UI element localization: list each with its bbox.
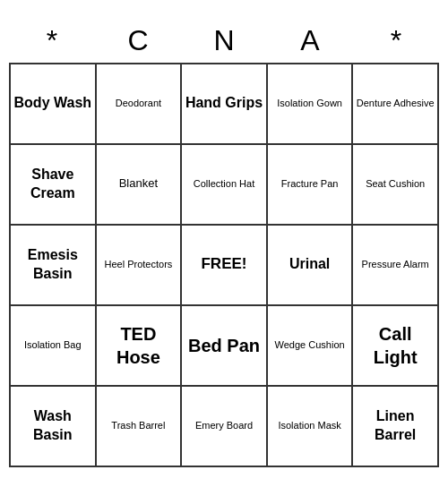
bingo-cell-16: TED Hose [97, 306, 183, 387]
cell-text-12: FREE! [201, 254, 246, 274]
cell-text-21: Trash Barrel [111, 419, 165, 431]
cell-text-22: Emery Board [195, 419, 253, 431]
bingo-grid: Body WashDeodorantHand GripsIsolation Go… [9, 63, 439, 467]
bingo-cell-2: Hand Grips [182, 64, 268, 145]
bingo-cell-12: FREE! [182, 226, 268, 306]
cell-text-8: Fracture Pan [281, 177, 339, 190]
bingo-cell-14: Pressure Alarm [353, 226, 439, 306]
bingo-cell-24: Linen Barrel [353, 387, 439, 467]
cell-text-19: Call Light [356, 322, 435, 369]
cell-text-11: Heel Protectors [104, 258, 172, 270]
cell-text-14: Pressure Alarm [362, 258, 429, 270]
bingo-cell-13: Urinal [268, 226, 354, 306]
cell-text-13: Urinal [289, 255, 330, 274]
cell-text-24: Linen Barrel [356, 407, 435, 445]
cell-text-5: Shave Cream [13, 166, 92, 203]
bingo-cell-19: Call Light [353, 306, 439, 387]
cell-text-9: Seat Cushion [366, 177, 425, 190]
cell-text-3: Isolation Gown [277, 97, 342, 109]
bingo-cell-0: Body Wash [11, 64, 97, 145]
cell-text-15: Isolation Bag [24, 338, 82, 351]
header-col-0: * [9, 21, 95, 61]
bingo-cell-18: Wedge Cushion [268, 306, 354, 387]
cell-text-16: TED Hose [99, 322, 178, 369]
bingo-cell-3: Isolation Gown [268, 64, 354, 145]
bingo-cell-5: Shave Cream [11, 145, 97, 226]
bingo-cell-11: Heel Protectors [97, 226, 183, 306]
cell-text-20: Wash Basin [13, 407, 92, 445]
cell-text-10: Emesis Basin [13, 246, 92, 284]
bingo-cell-17: Bed Pan [182, 306, 268, 387]
header-col-2: N [181, 21, 267, 61]
bingo-card: *CNA* Body WashDeodorantHand GripsIsolat… [9, 21, 439, 467]
cell-text-1: Deodorant [116, 97, 161, 109]
bingo-cell-9: Seat Cushion [353, 145, 439, 226]
cell-text-17: Bed Pan [188, 334, 260, 357]
cell-text-6: Blanket [119, 176, 158, 192]
cell-text-0: Body Wash [14, 94, 92, 113]
bingo-cell-1: Deodorant [97, 64, 183, 145]
bingo-cell-4: Denture Adhesive [353, 64, 439, 145]
header-col-4: * [353, 21, 439, 61]
bingo-cell-15: Isolation Bag [11, 306, 97, 387]
bingo-cell-6: Blanket [97, 145, 183, 226]
header-col-1: C [95, 21, 181, 61]
cell-text-18: Wedge Cushion [275, 338, 345, 351]
cell-text-23: Isolation Mask [278, 419, 340, 431]
cell-text-7: Collection Hat [194, 177, 254, 190]
bingo-cell-10: Emesis Basin [11, 226, 97, 306]
header-row: *CNA* [9, 21, 439, 61]
bingo-cell-21: Trash Barrel [97, 387, 183, 467]
bingo-cell-23: Isolation Mask [268, 387, 354, 467]
bingo-cell-22: Emery Board [182, 387, 268, 467]
cell-text-4: Denture Adhesive [357, 97, 435, 109]
cell-text-2: Hand Grips [185, 94, 263, 113]
bingo-cell-8: Fracture Pan [268, 145, 354, 226]
bingo-cell-7: Collection Hat [182, 145, 268, 226]
header-col-3: A [267, 21, 353, 61]
bingo-cell-20: Wash Basin [11, 387, 97, 467]
